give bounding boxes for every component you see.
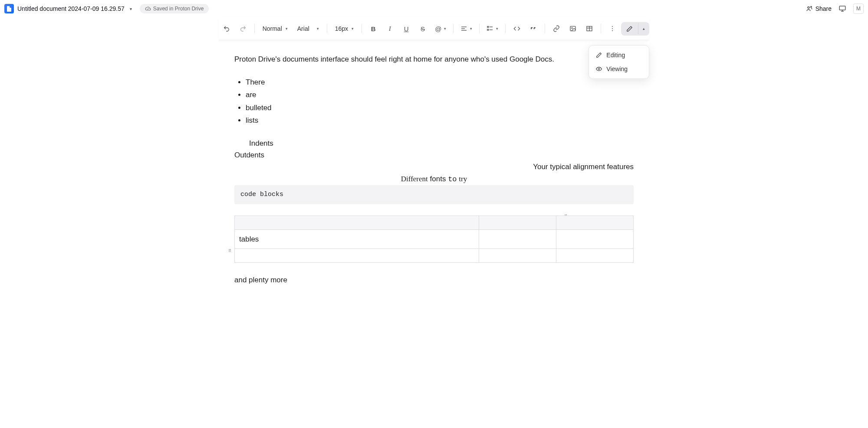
code-block[interactable]: code blocks (234, 185, 634, 204)
code-button[interactable] (509, 21, 525, 36)
bold-button[interactable]: B (365, 21, 381, 36)
chevron-down-icon: ▾ (286, 26, 288, 31)
svg-point-17 (612, 30, 613, 31)
toolbar-separator (453, 24, 454, 33)
header-left: Untitled document 2024-07-09 16.29.57 ▾ … (4, 4, 209, 13)
pencil-icon (596, 52, 602, 58)
save-status-badge: Saved in Proton Drive (140, 4, 209, 13)
svg-rect-6 (487, 26, 489, 28)
table-cell[interactable] (556, 248, 633, 262)
editing-mode-button[interactable]: ▴ (621, 22, 649, 36)
toolbar-separator (479, 24, 480, 33)
image-button[interactable] (565, 21, 581, 36)
align-button[interactable]: ▾ (457, 21, 476, 36)
table-cell[interactable] (479, 229, 556, 248)
presentation-mode-button[interactable] (838, 4, 847, 13)
header-right: Share M (806, 3, 864, 14)
formatting-toolbar: Normal ▾ Arial ▾ 16px ▾ B I U S @ ▾ (219, 17, 650, 40)
redo-button[interactable] (235, 21, 251, 36)
svg-point-15 (612, 26, 613, 27)
title-dropdown-icon[interactable]: ▾ (128, 7, 134, 11)
svg-point-1 (810, 7, 812, 8)
table-cell[interactable] (556, 229, 633, 248)
list-button[interactable]: ▾ (483, 21, 502, 36)
paragraph[interactable]: Proton Drive's documents interface shoul… (234, 53, 634, 65)
mode-item-editing[interactable]: Editing (592, 48, 646, 62)
svg-rect-2 (839, 6, 845, 10)
chevron-down-icon: ▾ (317, 26, 319, 31)
document-title[interactable]: Untitled document 2024-07-09 16.29.57 (17, 5, 125, 12)
paragraph-indented[interactable]: Indents (234, 137, 634, 149)
at-icon: @ (435, 25, 441, 33)
table-cell[interactable] (479, 248, 556, 262)
chevron-down-icon: ▾ (470, 26, 472, 31)
table-row[interactable] (235, 216, 634, 229)
table-container: ⠿ tables ⠿ (234, 216, 634, 263)
font-family-select[interactable]: Arial ▾ (293, 21, 323, 36)
list-item[interactable]: lists (246, 114, 634, 126)
quote-button[interactable] (526, 21, 541, 36)
underline-button[interactable]: U (398, 21, 414, 36)
paragraph-style-select[interactable]: Normal ▾ (258, 21, 292, 36)
list-item[interactable]: bulleted (246, 102, 634, 114)
table-header-cell[interactable] (235, 216, 479, 229)
user-avatar[interactable]: M (853, 3, 864, 14)
bulleted-list[interactable]: There are bulleted lists (234, 76, 634, 126)
mode-dropdown-caret[interactable]: ▴ (638, 23, 649, 34)
chevron-down-icon: ▾ (496, 26, 498, 31)
paragraph[interactable]: and plenty more (234, 274, 634, 286)
share-label: Share (815, 5, 832, 12)
mention-button[interactable]: @ ▾ (431, 21, 450, 36)
share-icon (806, 5, 813, 12)
mode-item-viewing[interactable]: Viewing (592, 62, 646, 76)
undo-button[interactable] (219, 21, 234, 36)
align-left-icon (460, 25, 467, 32)
toolbar-separator (362, 24, 362, 33)
document-canvas[interactable]: Proton Drive's documents interface shoul… (226, 40, 642, 312)
link-button[interactable] (549, 21, 564, 36)
checklist-icon (487, 25, 493, 32)
cloud-check-icon (145, 6, 151, 12)
svg-point-11 (572, 28, 572, 29)
table-header-cell[interactable] (556, 216, 633, 229)
toolbar-separator (505, 24, 506, 33)
svg-point-0 (808, 7, 809, 8)
italic-button[interactable]: I (382, 21, 398, 36)
table-header-cell[interactable] (479, 216, 556, 229)
svg-point-18 (598, 68, 600, 70)
toolbar-separator (545, 24, 545, 33)
mode-dropdown-menu: Editing Viewing (589, 45, 649, 79)
paragraph-right-aligned[interactable]: Your typical alignment features (234, 161, 634, 173)
table-cell[interactable]: tables (235, 229, 479, 248)
paragraph[interactable]: Outdents (234, 149, 634, 161)
list-item[interactable]: are (246, 89, 634, 101)
table-row[interactable]: tables (235, 229, 634, 248)
paragraph-centered[interactable]: Different fonts to try (234, 173, 634, 185)
table-cell[interactable] (235, 248, 479, 262)
svg-rect-8 (487, 29, 489, 30)
toolbar-separator (327, 24, 327, 33)
svg-point-16 (612, 28, 613, 29)
font-size-select[interactable]: 16px ▾ (331, 21, 358, 36)
eye-icon (596, 66, 602, 72)
strikethrough-button[interactable]: S (415, 21, 431, 36)
share-button[interactable]: Share (806, 5, 832, 12)
more-options-button[interactable] (605, 21, 620, 36)
toolbar-separator (254, 24, 255, 33)
table-button[interactable] (582, 21, 597, 36)
save-status-text: Saved in Proton Drive (153, 6, 204, 12)
document-icon[interactable] (4, 4, 14, 13)
chevron-down-icon: ▾ (352, 26, 354, 31)
row-drag-handle-icon[interactable]: ⠿ (228, 248, 233, 252)
list-item[interactable]: There (246, 76, 634, 88)
pencil-icon (626, 26, 633, 32)
toolbar-separator (601, 24, 601, 33)
table-row[interactable] (235, 248, 634, 262)
document-table[interactable]: tables (234, 216, 634, 263)
chevron-down-icon: ▾ (444, 26, 446, 31)
app-header: Untitled document 2024-07-09 16.29.57 ▾ … (0, 0, 868, 17)
